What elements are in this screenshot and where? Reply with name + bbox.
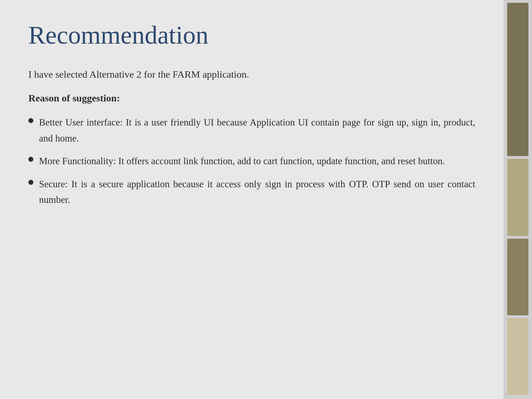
section-label: Reason of suggestion: [28, 93, 475, 104]
bullet-item-3: Secure: It is a secure application becau… [28, 176, 475, 208]
sidebar-panel-1 [507, 3, 528, 156]
sidebar-panel-2 [507, 159, 528, 235]
bullet-text-3: Secure: It is a secure application becau… [39, 176, 475, 208]
slide-title: Recommendation [28, 21, 475, 49]
bullet-item-2: More Functionality: It offers account li… [28, 153, 475, 169]
main-content: Recommendation I have selected Alternati… [0, 0, 504, 399]
bullet-item-1: Better User interface: It is a user frie… [28, 115, 475, 146]
bullet-dot-2 [28, 157, 33, 162]
bullet-list: Better User interface: It is a user frie… [28, 115, 475, 208]
sidebar-panel-4 [507, 318, 528, 395]
slide-container: Recommendation I have selected Alternati… [0, 0, 532, 399]
bullet-text-2: More Functionality: It offers account li… [39, 153, 475, 169]
right-sidebar [504, 0, 532, 399]
bullet-dot-3 [28, 180, 33, 185]
intro-paragraph: I have selected Alternative 2 for the FA… [28, 67, 475, 82]
sidebar-panel-3 [507, 239, 528, 315]
bullet-text-1: Better User interface: It is a user frie… [39, 115, 475, 146]
bullet-dot-1 [28, 118, 33, 123]
